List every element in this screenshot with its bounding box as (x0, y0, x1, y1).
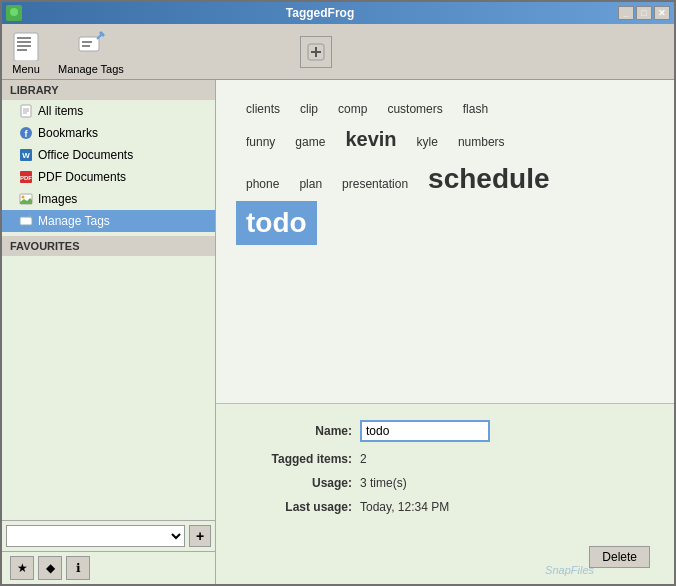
sidebar-item-manage-tags[interactable]: Manage Tags (2, 210, 215, 232)
tag-item[interactable]: kyle (407, 129, 448, 155)
svg-rect-7 (79, 37, 99, 51)
manage-tags-toolbar-item[interactable]: Manage Tags (58, 29, 124, 75)
svg-rect-11 (82, 45, 90, 47)
office-documents-label: Office Documents (38, 148, 133, 162)
svg-rect-5 (17, 45, 31, 47)
tag-row: phoneplanpresentationschedule (236, 157, 654, 201)
sidebar-bottom: + (2, 520, 215, 551)
menu-toolbar-item[interactable]: Menu (10, 29, 42, 75)
title-bar: TaggedFrog _ □ ✕ (2, 2, 674, 24)
last-usage-label: Last usage: (240, 500, 360, 514)
svg-rect-10 (82, 41, 92, 43)
manage-tags-icon (75, 29, 107, 61)
tag-item[interactable]: plan (289, 171, 332, 197)
images-label: Images (38, 192, 77, 206)
menu-label: Menu (12, 63, 40, 75)
tag-item[interactable]: schedule (418, 157, 559, 201)
sidebar-dropdown[interactable] (6, 525, 185, 547)
delete-button[interactable]: Delete (589, 546, 650, 568)
tag-item[interactable]: presentation (332, 171, 418, 197)
minimize-button[interactable]: _ (618, 6, 634, 20)
bookmark-icon: f (18, 125, 34, 141)
tag-item[interactable]: funny (236, 129, 285, 155)
star-icon[interactable]: ★ (10, 556, 34, 580)
sidebar-add-button[interactable]: + (189, 525, 211, 547)
watermark: SnapFiles (545, 564, 594, 576)
tag-item[interactable]: game (285, 129, 335, 155)
tagged-items-value: 2 (360, 452, 367, 466)
svg-rect-6 (17, 49, 27, 51)
tag-row: todo (236, 201, 654, 245)
usage-label: Usage: (240, 476, 360, 490)
tag-row: funnygamekevinkylenumbers (236, 122, 654, 157)
svg-text:PDF: PDF (20, 175, 32, 181)
tagged-items-label: Tagged items: (240, 452, 360, 466)
name-row: Name: (240, 420, 650, 442)
sidebar-item-pdf-documents[interactable]: PDF PDF Documents (2, 166, 215, 188)
last-usage-value: Today, 12:34 PM (360, 500, 449, 514)
bookmarks-label: Bookmarks (38, 126, 98, 140)
svg-point-1 (10, 8, 18, 16)
tag-item[interactable]: clip (290, 96, 328, 122)
svg-point-26 (22, 196, 25, 199)
manage-tags-sidebar-icon (18, 213, 34, 229)
tag-item[interactable]: flash (453, 96, 498, 122)
pdf-documents-label: PDF Documents (38, 170, 126, 184)
sidebar-item-office-documents[interactable]: W Office Documents (2, 144, 215, 166)
tag-item[interactable]: customers (377, 96, 452, 122)
sidebar-favourites-area (2, 256, 215, 520)
word-icon: W (18, 147, 34, 163)
tag-item[interactable]: kevin (335, 122, 406, 157)
usage-value: 3 time(s) (360, 476, 407, 490)
maximize-button[interactable]: □ (636, 6, 652, 20)
document-icon (18, 103, 34, 119)
tag-row: clientsclipcompcustomersflash (236, 96, 654, 122)
sidebar-footer-icons: ★ ◆ ℹ (2, 551, 215, 584)
tagged-items-row: Tagged items: 2 (240, 452, 650, 466)
tag-item[interactable]: clients (236, 96, 290, 122)
sidebar-item-images[interactable]: Images (2, 188, 215, 210)
favourites-section-title: FAVOURITES (2, 236, 215, 256)
toolbar-add-button[interactable] (300, 36, 332, 68)
tag-item[interactable]: todo (236, 201, 317, 245)
main-content: LIBRARY All items f (2, 80, 674, 584)
svg-rect-4 (17, 41, 31, 43)
svg-rect-27 (20, 217, 32, 225)
tag-item[interactable]: comp (328, 96, 377, 122)
main-window: TaggedFrog _ □ ✕ Menu (0, 0, 676, 586)
toolbar: Menu Manage Tags (2, 24, 674, 80)
library-section-title: LIBRARY (2, 80, 215, 100)
app-icon (6, 5, 22, 21)
sidebar-item-bookmarks[interactable]: f Bookmarks (2, 122, 215, 144)
pdf-icon: PDF (18, 169, 34, 185)
title-buttons: _ □ ✕ (618, 6, 670, 20)
window-title: TaggedFrog (22, 6, 618, 20)
image-icon (18, 191, 34, 207)
svg-rect-3 (17, 37, 31, 39)
name-input[interactable] (360, 420, 490, 442)
last-usage-row: Last usage: Today, 12:34 PM (240, 500, 650, 514)
title-bar-left (6, 5, 22, 21)
tag-item[interactable]: phone (236, 171, 289, 197)
svg-text:W: W (22, 151, 30, 160)
right-panel: clientsclipcompcustomersflashfunnygameke… (216, 80, 674, 584)
manage-tags-label: Manage Tags (58, 63, 124, 75)
name-label: Name: (240, 424, 360, 438)
sidebar: LIBRARY All items f (2, 80, 216, 584)
sidebar-item-all-items[interactable]: All items (2, 100, 215, 122)
tags-area: clientsclipcompcustomersflashfunnygameke… (216, 80, 674, 404)
close-button[interactable]: ✕ (654, 6, 670, 20)
menu-icon (10, 29, 42, 61)
detail-panel: Name: Tagged items: 2 Usage: 3 time(s) L… (216, 404, 674, 584)
manage-tags-sidebar-label: Manage Tags (38, 214, 110, 228)
usage-row: Usage: 3 time(s) (240, 476, 650, 490)
all-items-label: All items (38, 104, 83, 118)
tag-item[interactable]: numbers (448, 129, 515, 155)
tag-icon[interactable]: ◆ (38, 556, 62, 580)
info-icon[interactable]: ℹ (66, 556, 90, 580)
